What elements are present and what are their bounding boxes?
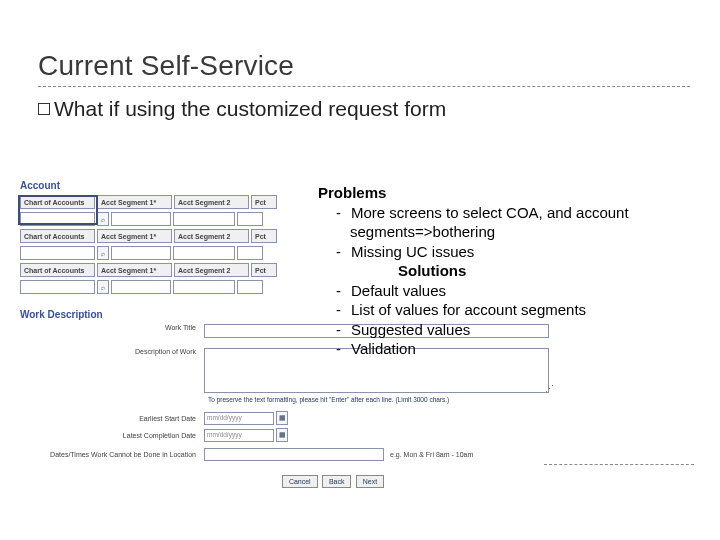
solutions-list: Default values List of values for accoun… bbox=[318, 281, 698, 359]
subtitle-what: What bbox=[54, 97, 103, 120]
problems-list: More screens to select COA, and account … bbox=[318, 203, 698, 262]
times-label: Dates/Times Work Cannot be Done in Locat… bbox=[20, 451, 202, 458]
form-buttons: Cancel Back Next bbox=[208, 475, 458, 488]
solution-item: Suggested values bbox=[336, 320, 698, 340]
overlay-text: Problems More screens to select COA, and… bbox=[318, 183, 698, 359]
col-pct: Pct bbox=[251, 195, 277, 209]
solution-item: List of values for account segments bbox=[336, 300, 698, 320]
pct-input[interactable] bbox=[237, 212, 263, 226]
problems-heading: Problems bbox=[318, 183, 698, 203]
slide-title: Current Self-Service bbox=[38, 50, 690, 87]
textarea-hint: To preserve the text formatting, please … bbox=[208, 396, 575, 403]
calendar-icon[interactable]: ▦ bbox=[276, 428, 288, 442]
times-input[interactable] bbox=[204, 448, 384, 461]
slide-subtitle: What if using the customized request for… bbox=[38, 97, 690, 121]
highlight-coa bbox=[18, 195, 98, 225]
lookup-icon[interactable]: ⌕ bbox=[97, 246, 109, 260]
seg1-input[interactable] bbox=[111, 212, 171, 226]
earliest-date-label: Earliest Start Date bbox=[20, 415, 202, 422]
earliest-date-input[interactable]: mm/dd/yyyy bbox=[204, 412, 274, 425]
solution-item: Default values bbox=[336, 281, 698, 301]
problem-item: Missing UC issues bbox=[336, 242, 698, 262]
latest-date-input[interactable]: mm/dd/yyyy bbox=[204, 429, 274, 442]
subtitle-rest: if using the customized request form bbox=[103, 97, 446, 120]
latest-date-label: Latest Completion Date bbox=[20, 432, 202, 439]
solutions-heading: Solutions bbox=[398, 261, 698, 281]
calendar-icon[interactable]: ▦ bbox=[276, 411, 288, 425]
problem-item: More screens to select COA, and account … bbox=[336, 203, 698, 242]
next-button[interactable]: Next bbox=[356, 475, 384, 488]
resize-icon: ⋰ bbox=[545, 384, 554, 394]
cancel-button[interactable]: Cancel bbox=[282, 475, 318, 488]
seg2-input[interactable] bbox=[173, 212, 235, 226]
times-hint: e.g. Mon & Fri 8am - 10am bbox=[386, 451, 473, 458]
back-button[interactable]: Back bbox=[322, 475, 352, 488]
bullet-box-icon bbox=[38, 103, 50, 115]
desc-of-work-label: Description of Work bbox=[20, 348, 202, 355]
lookup-icon[interactable]: ⌕ bbox=[97, 212, 109, 226]
col-seg2: Acct Segment 2 bbox=[174, 195, 249, 209]
work-title-label: Work Title bbox=[20, 324, 202, 331]
footer-divider bbox=[544, 464, 694, 465]
lookup-icon[interactable]: ⌕ bbox=[97, 280, 109, 294]
solution-item: Validation bbox=[336, 339, 698, 359]
col-seg1: Acct Segment 1* bbox=[97, 195, 172, 209]
